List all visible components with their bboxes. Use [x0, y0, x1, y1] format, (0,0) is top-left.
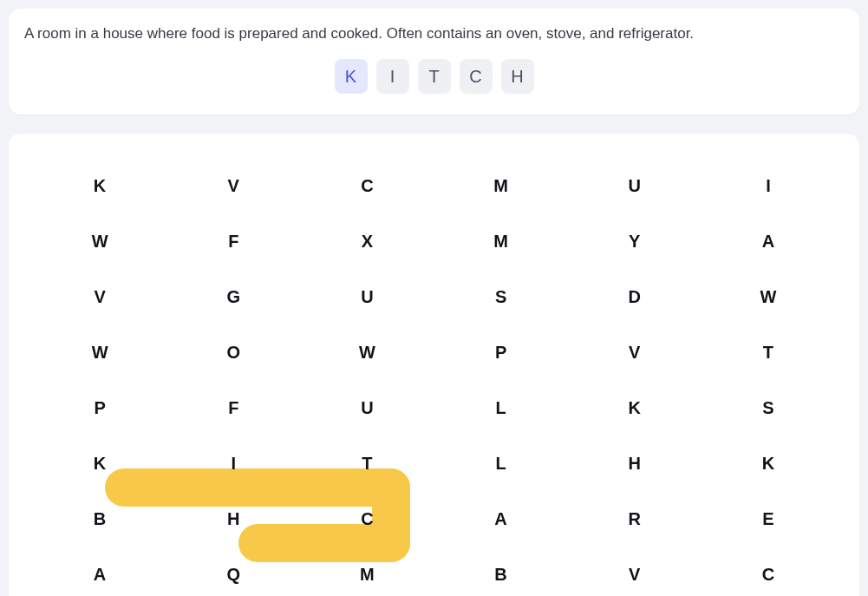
- grid-cell[interactable]: A: [33, 547, 166, 596]
- grid-cell[interactable]: R: [568, 491, 702, 547]
- grid-cell[interactable]: I: [166, 436, 300, 491]
- grid-cell[interactable]: P: [434, 324, 568, 380]
- grid-cell[interactable]: F: [166, 213, 300, 269]
- clue-text: A room in a house where food is prepared…: [24, 24, 844, 43]
- grid-cell[interactable]: M: [434, 158, 568, 213]
- grid-cell[interactable]: P: [33, 380, 166, 436]
- grid-cell[interactable]: K: [33, 158, 166, 213]
- grid-cell[interactable]: Q: [166, 547, 300, 596]
- answer-tile[interactable]: T: [418, 59, 451, 94]
- grid-cell[interactable]: I: [702, 158, 835, 213]
- grid-card: KVCMUIWFXMYAVGUSDWWOWPVTPFULKSKITLHKBHCA…: [9, 134, 859, 596]
- grid-cell[interactable]: U: [568, 158, 702, 213]
- grid-cell[interactable]: V: [33, 269, 166, 324]
- grid-cell[interactable]: M: [434, 213, 568, 269]
- grid-cell[interactable]: D: [568, 269, 702, 324]
- grid-cell[interactable]: C: [702, 547, 835, 596]
- grid-cell[interactable]: F: [166, 380, 300, 436]
- grid-cell[interactable]: X: [300, 213, 434, 269]
- grid-cell[interactable]: C: [300, 491, 434, 547]
- answer-tile[interactable]: K: [335, 59, 368, 94]
- grid-cell[interactable]: B: [434, 547, 568, 596]
- grid-cell[interactable]: O: [166, 324, 300, 380]
- grid-cell[interactable]: M: [300, 547, 434, 596]
- grid-cell[interactable]: U: [300, 269, 434, 324]
- grid-cell[interactable]: H: [166, 491, 300, 547]
- grid-cell[interactable]: S: [702, 380, 835, 436]
- answer-tile[interactable]: C: [460, 59, 493, 94]
- grid-cell[interactable]: W: [33, 324, 166, 380]
- answer-tile[interactable]: I: [376, 59, 409, 94]
- grid-cell[interactable]: A: [434, 491, 568, 547]
- grid-cell[interactable]: Y: [568, 213, 702, 269]
- grid-cell[interactable]: K: [33, 436, 166, 491]
- grid-cell[interactable]: L: [434, 380, 568, 436]
- grid-cell[interactable]: T: [702, 324, 835, 380]
- grid-cell[interactable]: C: [300, 158, 434, 213]
- grid-cell[interactable]: V: [166, 158, 300, 213]
- grid-cell[interactable]: T: [300, 436, 434, 491]
- grid-cell[interactable]: A: [702, 213, 835, 269]
- grid-cell[interactable]: W: [702, 269, 835, 324]
- grid-cell[interactable]: L: [434, 436, 568, 491]
- letter-grid: KVCMUIWFXMYAVGUSDWWOWPVTPFULKSKITLHKBHCA…: [33, 158, 835, 596]
- grid-cell[interactable]: G: [166, 269, 300, 324]
- grid-cell[interactable]: S: [434, 269, 568, 324]
- grid-cell[interactable]: K: [702, 436, 835, 491]
- grid-cell[interactable]: U: [300, 380, 434, 436]
- grid-cell[interactable]: V: [568, 324, 702, 380]
- answer-tile[interactable]: H: [501, 59, 534, 94]
- grid-cell[interactable]: W: [33, 213, 166, 269]
- grid-cell[interactable]: K: [568, 380, 702, 436]
- grid-cell[interactable]: B: [33, 491, 166, 547]
- grid-cell[interactable]: E: [702, 491, 835, 547]
- clue-card: A room in a house where food is prepared…: [9, 9, 859, 115]
- grid-cell[interactable]: W: [300, 324, 434, 380]
- grid-cell[interactable]: H: [568, 436, 702, 491]
- grid-cell[interactable]: V: [568, 547, 702, 596]
- answer-row: K I T C H: [24, 59, 844, 94]
